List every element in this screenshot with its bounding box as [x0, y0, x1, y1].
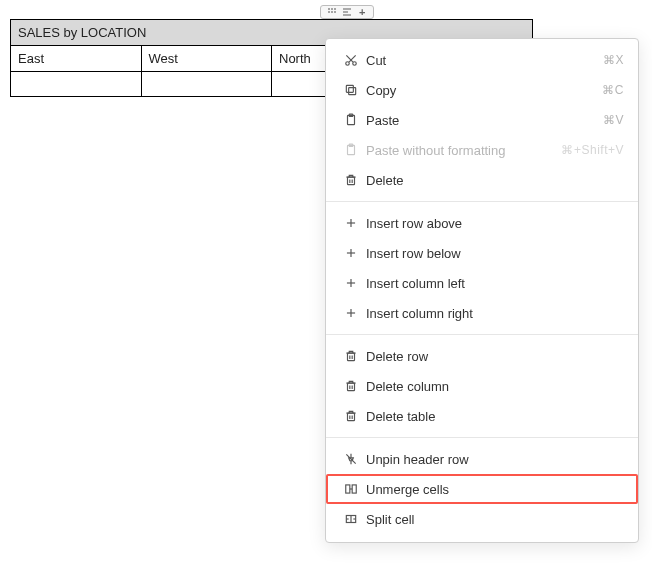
trash-icon [340, 349, 362, 363]
svg-rect-36 [348, 413, 355, 421]
menu-separator [326, 334, 638, 335]
plus-icon [340, 216, 362, 230]
menu-copy[interactable]: Copy ⌘C [326, 75, 638, 105]
menu-paste[interactable]: Paste ⌘V [326, 105, 638, 135]
split-cell-icon [340, 512, 362, 526]
menu-insert-column-left[interactable]: Insert column left [326, 268, 638, 298]
menu-paste-without-formatting: Paste without formatting ⌘+Shift+V [326, 135, 638, 165]
table-cell[interactable] [141, 72, 272, 97]
menu-shortcut: ⌘+Shift+V [561, 143, 624, 157]
svg-rect-13 [349, 88, 356, 95]
menu-label: Paste without formatting [362, 143, 561, 158]
menu-insert-column-right[interactable]: Insert column right [326, 298, 638, 328]
menu-cut[interactable]: Cut ⌘X [326, 45, 638, 75]
align-left-icon[interactable] [341, 6, 353, 18]
svg-rect-33 [348, 383, 355, 391]
svg-point-5 [334, 11, 336, 13]
menu-label: Insert row below [362, 246, 624, 261]
plus-icon [340, 246, 362, 260]
paste-plain-icon [340, 143, 362, 157]
copy-icon [340, 83, 362, 97]
menu-unmerge-cells[interactable]: Unmerge cells [326, 474, 638, 504]
menu-label: Cut [362, 53, 603, 68]
menu-delete-column[interactable]: Delete column [326, 371, 638, 401]
menu-label: Delete table [362, 409, 624, 424]
drag-handle-icon[interactable] [326, 6, 338, 18]
menu-label: Unmerge cells [362, 482, 624, 497]
paste-icon [340, 113, 362, 127]
plus-icon [340, 306, 362, 320]
svg-rect-30 [348, 353, 355, 361]
plus-icon [340, 276, 362, 290]
table-cell[interactable] [11, 72, 142, 97]
svg-point-1 [331, 8, 333, 10]
menu-insert-row-below[interactable]: Insert row below [326, 238, 638, 268]
menu-delete-row[interactable]: Delete row [326, 341, 638, 371]
menu-delete-table[interactable]: Delete table [326, 401, 638, 431]
menu-label: Delete row [362, 349, 624, 364]
menu-shortcut: ⌘X [603, 53, 624, 67]
trash-icon [340, 409, 362, 423]
svg-rect-41 [346, 485, 350, 493]
col-header-cell[interactable]: West [141, 46, 272, 72]
menu-insert-row-above[interactable]: Insert row above [326, 208, 638, 238]
context-menu: Cut ⌘X Copy ⌘C Paste ⌘V Paste without fo… [325, 38, 639, 543]
svg-point-10 [353, 62, 357, 66]
menu-separator [326, 437, 638, 438]
menu-label: Delete column [362, 379, 624, 394]
menu-label: Insert row above [362, 216, 624, 231]
menu-shortcut: ⌘V [603, 113, 624, 127]
svg-point-2 [334, 8, 336, 10]
menu-label: Copy [362, 83, 602, 98]
svg-point-3 [328, 11, 330, 13]
cut-icon [340, 53, 362, 67]
menu-delete[interactable]: Delete [326, 165, 638, 195]
menu-label: Split cell [362, 512, 624, 527]
svg-point-9 [346, 62, 350, 66]
menu-label: Paste [362, 113, 603, 128]
unmerge-icon [340, 482, 362, 496]
svg-point-0 [328, 8, 330, 10]
svg-rect-42 [352, 485, 356, 493]
menu-separator [326, 201, 638, 202]
menu-label: Insert column right [362, 306, 624, 321]
col-header-cell[interactable]: East [11, 46, 142, 72]
menu-label: Insert column left [362, 276, 624, 291]
menu-label: Unpin header row [362, 452, 624, 467]
menu-unpin-header-row[interactable]: Unpin header row [326, 444, 638, 474]
plus-icon[interactable]: + [356, 6, 368, 18]
table-toolbar[interactable]: + [320, 5, 374, 19]
menu-label: Delete [362, 173, 624, 188]
menu-shortcut: ⌘C [602, 83, 624, 97]
trash-icon [340, 379, 362, 393]
trash-icon [340, 173, 362, 187]
svg-rect-14 [346, 85, 353, 92]
svg-point-4 [331, 11, 333, 13]
unpin-icon [340, 452, 362, 466]
svg-rect-19 [348, 177, 355, 185]
menu-split-cell[interactable]: Split cell [326, 504, 638, 534]
